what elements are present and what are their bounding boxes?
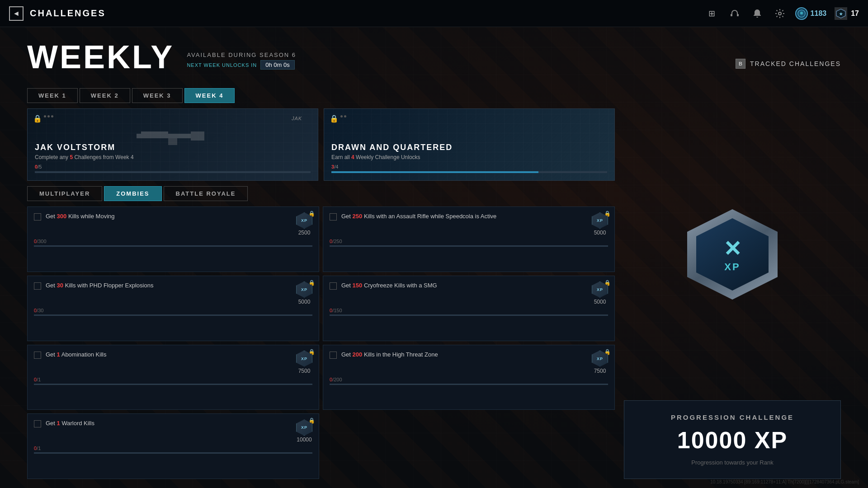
season-label: AVAILABLE DURING SEASON 6 [187, 52, 296, 58]
svg-rect-1 [737, 14, 739, 16]
weekly-title: WEEKLY [27, 41, 174, 73]
challenge-progress-7: 0/1 [34, 446, 312, 454]
xp-hex-inner: ✕ XP [696, 218, 769, 291]
challenge-text-2: Get 250 Kills with an Assault Rifle whil… [341, 212, 587, 221]
lock-dots-drawn [340, 115, 346, 117]
progress-text-drawn: 3/4 [331, 164, 607, 169]
timer-value: 0h 0m 0s [260, 60, 294, 70]
ch-progress-text-3: 0/30 [34, 308, 312, 313]
challenge-text-6: Get 200 Kills in the High Threat Zone [341, 351, 587, 359]
reward-desc-jak: Complete any 5 Challenges from Week 4 [35, 154, 311, 160]
challenge-progress-6: 0/200 [330, 377, 608, 385]
reward-desc-drawn: Earn all 4 Weekly Challenge Unlocks [331, 154, 607, 160]
progress-fill-drawn [331, 171, 538, 173]
tab-multiplayer[interactable]: MULTIPLAYER [27, 186, 102, 201]
lock-dots [44, 115, 53, 117]
svg-text:JAK: JAK [291, 116, 302, 121]
tracked-challenges-button[interactable]: B TRACKED CHALLENGES [736, 59, 841, 73]
xp-hex-label: XP [724, 261, 740, 273]
svg-text:★: ★ [839, 12, 843, 16]
right-panel: ✕ XP PROGRESSION CHALLENGE 10000 XP Prog… [624, 108, 841, 479]
tab-week3[interactable]: WEEK 3 [132, 88, 183, 103]
challenge-checkbox-4[interactable] [330, 282, 337, 290]
challenge-top-7: Get 1 Warlord Kills XP 10000 [34, 419, 312, 443]
challenge-checkbox-3[interactable] [34, 282, 41, 290]
challenge-progress-1: 0/300 [34, 239, 312, 247]
challenge-checkbox-1[interactable] [34, 213, 41, 221]
progression-card: PROGRESSION CHALLENGE 10000 XP Progressi… [624, 400, 841, 479]
timer-label: NEXT WEEK UNLOCKS IN [187, 62, 257, 68]
ch-progress-bar-4 [330, 314, 608, 316]
challenge-text-1: Get 300 Kills while Moving [46, 212, 292, 221]
reward-cards: 🔒 JAK JAK VOLTSTORM Complete any 5 Chall… [27, 108, 615, 181]
ch-progress-text-7: 0/1 [34, 446, 312, 451]
challenge-item-6: 🔒 Get 200 Kills in the High Threat Zone … [323, 345, 615, 410]
challenge-item-3: 🔒 Get 30 Kills with PHD Flopper Explosio… [27, 276, 319, 341]
challenge-top-4: Get 150 Cryofreeze Kills with a SMG XP 5… [330, 282, 608, 305]
ch-progress-text-5: 0/1 [34, 377, 312, 382]
xp-hex-x: ✕ [723, 236, 741, 261]
challenge-checkbox-5[interactable] [34, 352, 41, 359]
currency-display: 1183 [795, 7, 827, 20]
challenge-xp-4: XP 5000 [592, 282, 608, 305]
tracked-key: B [736, 59, 745, 69]
challenge-checkbox-6[interactable] [330, 352, 337, 359]
xp-amount-5: 7500 [298, 368, 311, 374]
reward-title-drawn: DRAWN AND QUARTERED [331, 143, 607, 152]
challenge-checkbox-2[interactable] [330, 213, 337, 221]
nav-right-section: ⊞ [705, 6, 859, 21]
ch-progress-bar-5 [34, 384, 312, 385]
challenge-progress-2: 0/250 [330, 239, 608, 247]
challenge-top-2: Get 250 Kills with an Assault Rifle whil… [330, 212, 608, 236]
level-icon: ★ [835, 7, 847, 20]
currency-amount: 1183 [811, 9, 827, 18]
challenge-item-4: 🔒 Get 150 Cryofreeze Kills with a SMG XP… [323, 276, 615, 341]
bell-icon[interactable] [750, 6, 764, 21]
challenge-progress-5: 0/1 [34, 377, 312, 385]
season-info: AVAILABLE DURING SEASON 6 NEXT WEEK UNLO… [187, 52, 296, 70]
headset-icon[interactable] [727, 6, 742, 21]
settings-icon[interactable] [773, 6, 787, 21]
ch-progress-text-1: 0/300 [34, 239, 312, 244]
challenge-text-5: Get 1 Abomination Kills [46, 351, 292, 359]
challenge-xp-6: XP 7500 [592, 351, 608, 374]
challenge-text-7: Get 1 Warlord Kills [46, 419, 292, 427]
challenge-top-5: Get 1 Abomination Kills XP 7500 [34, 351, 312, 374]
lock-icon-drawn: 🔒 [330, 114, 339, 123]
main-content: 🔒 JAK JAK VOLTSTORM Complete any 5 Chall… [27, 108, 841, 479]
reward-title-jak: JAK VOLTSTORM [35, 143, 311, 152]
top-navigation: ◄ CHALLENGES ⊞ [0, 0, 868, 27]
challenge-checkbox-7[interactable] [34, 420, 41, 427]
svg-rect-8 [191, 131, 204, 141]
ch-progress-bar-7 [34, 452, 312, 454]
level-value: 17 [851, 9, 859, 18]
challenges-grid: 🔒 Get 300 Kills while Moving XP 2500 0/3… [27, 206, 615, 479]
xp-amount-2: 5000 [594, 230, 606, 236]
back-button[interactable]: ◄ CHALLENGES [9, 6, 106, 21]
tab-zombies[interactable]: ZOMBIES [104, 186, 161, 201]
challenge-xp-3: XP 5000 [296, 282, 312, 305]
challenge-progress-3: 0/30 [34, 308, 312, 316]
tab-week2[interactable]: WEEK 2 [80, 88, 130, 103]
tracked-challenges-label: TRACKED CHALLENGES [750, 60, 841, 67]
tab-week4[interactable]: WEEK 4 [184, 88, 235, 103]
progression-title: PROGRESSION CHALLENGE [671, 413, 794, 421]
svg-rect-0 [731, 14, 732, 16]
left-panel: 🔒 JAK JAK VOLTSTORM Complete any 5 Chall… [27, 108, 615, 479]
category-tabs: MULTIPLAYER ZOMBIES BATTLE ROYALE [27, 186, 615, 201]
progress-bar-jak [35, 171, 311, 173]
page-title: CHALLENGES [30, 8, 106, 19]
challenge-xp-2: XP 5000 [592, 212, 608, 236]
currency-icon [795, 7, 808, 20]
xp-hex-outer: ✕ XP [687, 209, 778, 300]
challenge-progress-4: 0/150 [330, 308, 608, 316]
challenge-item-2: 🔒 Get 250 Kills with an Assault Rifle wh… [323, 206, 615, 272]
ch-progress-bar-1 [34, 245, 312, 247]
tab-week1[interactable]: WEEK 1 [27, 88, 78, 103]
xp-amount-6: 7500 [594, 368, 606, 374]
tab-battle-royale[interactable]: BATTLE ROYALE [164, 186, 248, 201]
lock-icon-jak: 🔒 [33, 114, 42, 123]
grid-icon[interactable]: ⊞ [705, 6, 719, 21]
challenge-top-1: Get 300 Kills while Moving XP 2500 [34, 212, 312, 236]
ch-progress-text-2: 0/250 [330, 239, 608, 244]
